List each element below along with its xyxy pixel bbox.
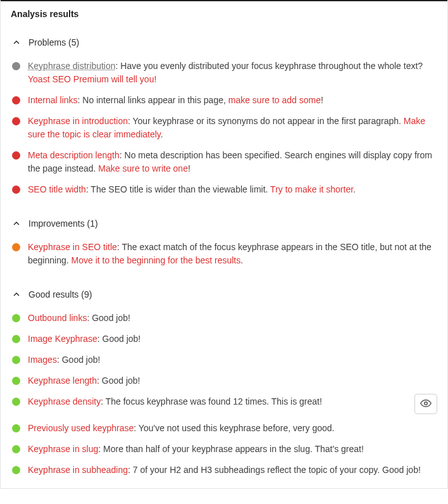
result-link[interactable]: Keyphrase in introduction <box>28 116 128 126</box>
result-item: Outbound links: Good job! <box>11 308 437 329</box>
section-toggle-improvements[interactable]: Improvements (1) <box>11 210 437 237</box>
status-bullet-green <box>12 335 20 343</box>
status-bullet-red <box>12 186 20 194</box>
status-bullet-green <box>12 424 20 432</box>
result-text-fragment: : Good job! <box>57 355 101 365</box>
result-text-fragment: : The focus keyphrase was found 12 times… <box>101 396 322 406</box>
result-item: Keyphrase in slug: More than half of you… <box>11 439 437 460</box>
result-text-fragment: . <box>353 184 356 194</box>
result-link[interactable]: make sure to add some <box>228 95 321 105</box>
result-link[interactable]: Keyphrase in subheading <box>28 465 128 475</box>
result-item: Internal links: No internal links appear… <box>11 90 437 111</box>
status-bullet-red <box>12 151 20 160</box>
result-text: Internal links: No internal links appear… <box>28 94 437 107</box>
result-text-fragment: . <box>240 255 243 265</box>
result-link[interactable]: Try to make it shorter <box>270 184 353 194</box>
result-text: SEO title width: The SEO title is wider … <box>28 183 437 196</box>
status-bullet-red <box>12 117 20 125</box>
result-item: Keyphrase in SEO title: The exact match … <box>11 237 437 271</box>
status-bullet-green <box>12 314 20 322</box>
result-text-fragment: . <box>161 129 163 139</box>
result-item: Keyphrase length: Good job! <box>11 370 437 391</box>
result-text-fragment: ! <box>188 163 190 173</box>
result-item: Meta description length: No meta descrip… <box>11 145 437 179</box>
result-link[interactable]: Keyphrase in slug <box>28 444 98 454</box>
result-text-fragment: ! <box>321 95 323 105</box>
chevron-up-icon <box>11 218 22 229</box>
status-bullet-red <box>12 96 20 104</box>
result-item: Keyphrase in introduction: Your keyphras… <box>11 111 437 145</box>
result-list: Keyphrase in SEO title: The exact match … <box>11 237 437 276</box>
result-text-fragment: : No internal links appear in this page, <box>78 95 228 105</box>
section-problems: Problems (5)Keyphrase distribution: Have… <box>1 27 447 208</box>
section-toggle-problems[interactable]: Problems (5) <box>11 29 437 56</box>
result-item: Previously used keyphrase: You've not us… <box>11 418 437 439</box>
section-good: Good results (9)Outbound links: Good job… <box>1 279 447 488</box>
result-text: Keyphrase in slug: More than half of you… <box>28 443 437 456</box>
section-improvements: Improvements (1)Keyphrase in SEO title: … <box>1 208 447 279</box>
status-bullet-green <box>12 445 20 453</box>
chevron-up-icon <box>11 289 22 300</box>
result-link[interactable]: Internal links <box>28 95 78 105</box>
result-text: Outbound links: Good job! <box>28 312 437 325</box>
result-link[interactable]: SEO title width <box>28 184 86 194</box>
result-link[interactable]: Keyphrase distribution <box>28 61 116 71</box>
result-text: Images: Good job! <box>28 353 437 367</box>
result-link[interactable]: Move it to the beginning for the best re… <box>72 255 241 265</box>
result-text: Meta description length: No meta descrip… <box>28 149 437 175</box>
result-text-fragment: : 7 of your H2 and H3 subheadings reflec… <box>128 465 421 475</box>
result-link[interactable]: Make sure to write one <box>98 163 188 173</box>
highlight-toggle-button[interactable] <box>414 394 437 414</box>
status-bullet-green <box>12 377 20 385</box>
result-list: Outbound links: Good job!Image Keyphrase… <box>11 308 437 486</box>
result-list: Keyphrase distribution: Have you evenly … <box>11 56 437 205</box>
result-link[interactable]: Images <box>28 355 57 365</box>
result-text-fragment: : Good job! <box>97 375 140 386</box>
sections-root: Problems (5)Keyphrase distribution: Have… <box>1 27 447 488</box>
section-label: Improvements (1) <box>28 218 98 229</box>
result-text-fragment: : Have you evenly distributed your focus… <box>116 61 423 71</box>
result-link[interactable]: Image Keyphrase <box>28 334 97 344</box>
result-link[interactable]: Previously used keyphrase <box>28 423 134 433</box>
result-link[interactable]: Meta description length <box>28 150 120 160</box>
result-item: Images: Good job! <box>11 350 437 370</box>
chevron-up-icon <box>11 37 22 48</box>
section-label: Problems (5) <box>28 37 79 47</box>
result-link[interactable]: Yoast SEO Premium will tell you! <box>28 74 156 84</box>
eye-icon <box>420 398 432 411</box>
result-link[interactable]: Keyphrase in SEO title <box>28 242 117 252</box>
section-toggle-good[interactable]: Good results (9) <box>11 281 437 308</box>
result-text: Keyphrase density: The focus keyphrase w… <box>28 395 403 408</box>
section-label: Good results (9) <box>28 289 92 299</box>
svg-point-0 <box>425 401 428 405</box>
result-item: Keyphrase distribution: Have you evenly … <box>11 56 437 90</box>
result-text-fragment: : You've not used this keyphrase before,… <box>134 423 334 433</box>
result-text: Keyphrase in SEO title: The exact match … <box>28 241 437 267</box>
result-text: Keyphrase in subheading: 7 of your H2 an… <box>28 463 437 477</box>
analysis-panel: Analysis results Problems (5)Keyphrase d… <box>0 0 448 489</box>
result-text: Keyphrase distribution: Have you evenly … <box>28 60 437 86</box>
result-text: Keyphrase length: Good job! <box>28 374 437 387</box>
panel-title-bar: Analysis results <box>1 0 447 27</box>
result-text-fragment: : Good job! <box>87 313 130 323</box>
result-link[interactable]: Outbound links <box>28 313 87 323</box>
panel-title: Analysis results <box>11 9 437 19</box>
result-item: Keyphrase density: The focus keyphrase w… <box>11 391 437 418</box>
result-text: Image Keyphrase: Good job! <box>28 332 437 346</box>
result-text-fragment: : Your keyphrase or its synonyms do not … <box>128 116 404 126</box>
result-text-fragment: : Good job! <box>97 334 141 344</box>
status-bullet-orange <box>12 243 20 251</box>
status-bullet-green <box>12 466 20 474</box>
result-link[interactable]: Keyphrase length <box>28 375 97 386</box>
result-text: Previously used keyphrase: You've not us… <box>28 422 437 435</box>
result-text-fragment: : The SEO title is wider than the viewab… <box>86 184 270 194</box>
result-item: Keyphrase in subheading: 7 of your H2 an… <box>11 460 437 481</box>
result-text: Keyphrase in introduction: Your keyphras… <box>28 115 437 141</box>
result-item: Image Keyphrase: Good job! <box>11 329 437 350</box>
status-bullet-green <box>12 356 20 364</box>
result-text-fragment: : More than half of your keyphrase appea… <box>98 444 364 454</box>
result-link[interactable]: Keyphrase density <box>28 396 101 406</box>
status-bullet-green <box>12 398 20 406</box>
result-item: SEO title width: The SEO title is wider … <box>11 179 437 200</box>
status-bullet-gray <box>12 62 20 70</box>
